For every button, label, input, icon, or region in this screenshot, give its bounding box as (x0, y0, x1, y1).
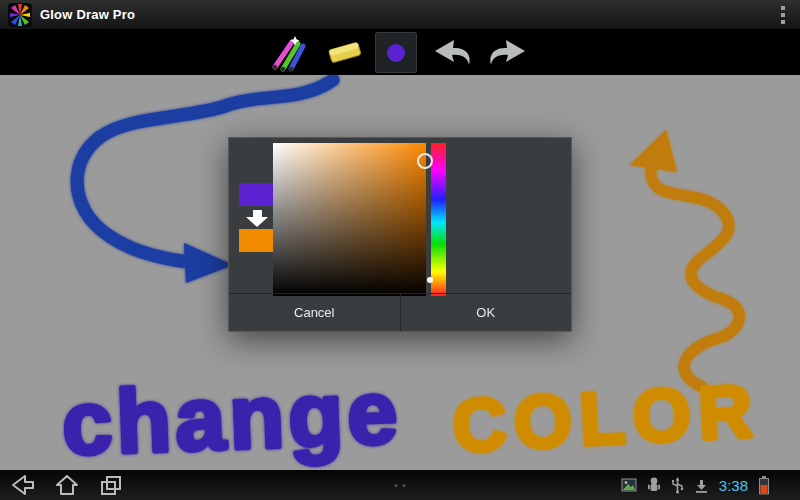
app-logo-icon (8, 3, 32, 27)
color-picker-dialog: Cancel OK (228, 137, 572, 332)
redo-button[interactable] (483, 32, 537, 73)
orange-stroke (651, 171, 740, 387)
brushes-icon (267, 34, 311, 72)
ok-button[interactable]: OK (400, 294, 572, 331)
screenshot-notification-icon[interactable] (621, 478, 637, 492)
nav-buttons (0, 473, 124, 497)
back-button[interactable] (10, 473, 36, 497)
arrow-down-icon (239, 210, 275, 227)
undo-icon (427, 36, 473, 70)
handwriting-change: change (60, 362, 402, 470)
back-icon (10, 473, 36, 497)
status-tray[interactable]: 3:38 (621, 476, 800, 495)
saturation-cursor[interactable] (417, 153, 433, 169)
home-button[interactable] (54, 473, 80, 497)
eraser-icon (325, 38, 365, 68)
hue-cursor[interactable] (427, 277, 433, 283)
dialog-button-row: Cancel OK (229, 293, 571, 331)
hue-slider[interactable] (431, 143, 446, 296)
undo-button[interactable] (423, 32, 477, 73)
current-color-dot (387, 44, 405, 62)
app-title: Glow Draw Pro (40, 7, 135, 22)
current-color-swatch (239, 183, 275, 206)
color-picker-tool-button[interactable] (375, 32, 417, 73)
recent-apps-button[interactable] (98, 473, 124, 497)
orange-arrowhead (630, 130, 677, 172)
saturation-value-picker[interactable] (273, 143, 426, 296)
redo-icon (487, 36, 533, 70)
menu-dots-icon (395, 484, 406, 487)
overflow-menu-icon[interactable] (774, 2, 792, 28)
screen: Glow Draw Pro (0, 0, 800, 500)
system-bar: 3:38 (0, 470, 800, 500)
usb-connected-icon[interactable] (671, 477, 684, 494)
new-color-swatch (239, 229, 275, 252)
cancel-button[interactable]: Cancel (229, 294, 400, 331)
download-notification-icon[interactable] (694, 478, 709, 493)
android-debug-icon[interactable] (647, 477, 661, 494)
recent-apps-icon (98, 473, 124, 497)
battery-icon (758, 476, 770, 495)
handwriting-color: COLOR (451, 369, 762, 468)
brushes-tool-button[interactable] (263, 32, 315, 73)
home-icon (54, 473, 80, 497)
eraser-tool-button[interactable] (321, 32, 369, 73)
action-bar: Glow Draw Pro (0, 0, 800, 30)
toolbar (0, 30, 800, 75)
blue-arrowhead (184, 243, 233, 283)
clock[interactable]: 3:38 (719, 477, 748, 494)
